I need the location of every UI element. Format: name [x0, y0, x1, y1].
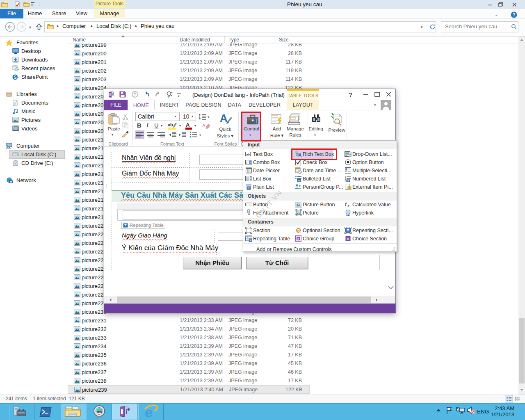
svg-text:b: b: [347, 237, 349, 241]
svg-text:S: S: [14, 75, 17, 80]
svg-text:I: I: [247, 161, 247, 164]
svg-text:b: b: [297, 237, 299, 241]
svg-text:?: ?: [513, 12, 516, 17]
svg-text:ab: ab: [168, 122, 173, 127]
svg-text:x: x: [347, 203, 350, 208]
svg-text:A: A: [220, 112, 228, 124]
svg-text:f: f: [345, 201, 347, 208]
svg-text:A: A: [186, 122, 190, 128]
svg-text:3: 3: [345, 180, 346, 183]
svg-text:A: A: [202, 123, 205, 128]
svg-text:ab: ab: [246, 153, 250, 156]
